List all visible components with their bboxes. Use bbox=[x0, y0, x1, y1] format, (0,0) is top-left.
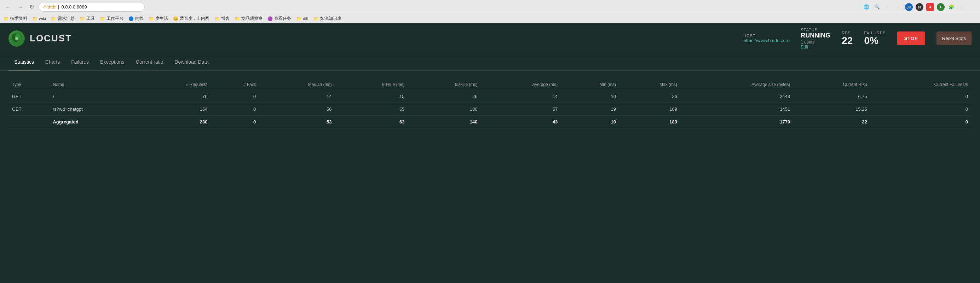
bookmark-label: 工具 bbox=[86, 16, 95, 22]
folder-icon: 😊 bbox=[173, 16, 178, 21]
row-fails: 0 bbox=[211, 90, 259, 103]
row-average: 14 bbox=[481, 90, 561, 103]
row-median: 14 bbox=[259, 90, 335, 103]
share-icon[interactable]: ⬆ bbox=[884, 3, 892, 11]
row-p90: 65 bbox=[335, 103, 408, 115]
svg-point-3 bbox=[15, 37, 18, 40]
host-label: HOST bbox=[743, 33, 789, 38]
logo-icon bbox=[8, 30, 25, 47]
bookmark-jingpin[interactable]: 📁 竞品观察室 bbox=[235, 16, 262, 22]
bookmark-gongju[interactable]: 📁 工具 bbox=[80, 16, 95, 22]
folder-icon: 📁 bbox=[149, 16, 154, 21]
agg-min: 10 bbox=[561, 115, 619, 128]
bookmark-label: 博客 bbox=[221, 16, 230, 22]
translate-icon[interactable]: 🌐 bbox=[862, 3, 870, 11]
bookmark-renwu[interactable]: 🟣 查看任务 bbox=[267, 16, 291, 22]
browser-chrome: ← → ↻ 不安全 | 0.0.0.0:8089 🌐 🔍 ⬆ ☆ JH N ● … bbox=[0, 0, 980, 14]
bookmark-blog[interactable]: 📁 博客 bbox=[215, 16, 230, 22]
bookmark-label: 查看任务 bbox=[274, 16, 291, 22]
row-current-rps: 6.75 bbox=[794, 90, 871, 103]
col-name: Name bbox=[49, 79, 140, 90]
col-median: Median (ms) bbox=[259, 79, 335, 90]
stop-button[interactable]: STOP bbox=[897, 32, 925, 45]
extension-icon-1[interactable]: ● bbox=[926, 3, 934, 11]
col-requests: # Requests bbox=[140, 79, 211, 90]
row-min: 19 bbox=[561, 103, 619, 115]
row-average: 57 bbox=[481, 103, 561, 115]
refresh-button[interactable]: ↻ bbox=[28, 3, 36, 11]
agg-current-failures: 0 bbox=[871, 115, 972, 128]
search-icon[interactable]: 🔍 bbox=[873, 3, 881, 11]
folder-icon: 🟣 bbox=[267, 16, 273, 21]
bookmark-label: 技术资料 bbox=[10, 16, 27, 22]
tab-statistics[interactable]: Statistics bbox=[8, 54, 40, 70]
bookmark-diff[interactable]: 📁 diff bbox=[296, 16, 309, 21]
browser-actions: 🌐 🔍 ⬆ ☆ JH N ● ● 🧩 ▤ ⋮ bbox=[862, 3, 977, 11]
avatar-green[interactable]: ● bbox=[937, 3, 945, 11]
col-current-failures: Current Failures/s bbox=[871, 79, 972, 90]
avatar-jh[interactable]: JH bbox=[905, 3, 913, 11]
col-current-rps: Current RPS bbox=[794, 79, 871, 90]
bookmarks-bar: 📁 技术资料 📁 wiki 📁 需求汇总 📁 工具 📁 工作平台 🔵 内搜 📁 … bbox=[0, 14, 980, 23]
bookmark-label: 如流知识库 bbox=[320, 16, 341, 22]
address-text: 0.0.0.0:8089 bbox=[61, 4, 87, 10]
forward-button[interactable]: → bbox=[16, 3, 25, 11]
extension-icon-2[interactable]: 🧩 bbox=[947, 3, 955, 11]
folder-icon: 📁 bbox=[215, 16, 220, 21]
bookmark-neisou[interactable]: 🔵 内搜 bbox=[129, 16, 144, 22]
row-min: 10 bbox=[561, 90, 619, 103]
row-requests: 154 bbox=[140, 103, 211, 115]
col-average: Average (ms) bbox=[481, 79, 561, 90]
tab-current-ratio[interactable]: Current ratio bbox=[130, 54, 169, 70]
avatar-n[interactable]: N bbox=[916, 3, 923, 11]
row-p99: 26 bbox=[408, 90, 481, 103]
address-separator: | bbox=[58, 4, 59, 10]
col-p99: 99%ile (ms) bbox=[408, 79, 481, 90]
tab-failures[interactable]: Failures bbox=[65, 54, 94, 70]
table-row: GET / 76 0 14 15 26 14 10 26 2443 6.75 0 bbox=[8, 90, 972, 103]
failures-section: FAILURES 0% bbox=[864, 31, 886, 46]
row-p99: 180 bbox=[408, 103, 481, 115]
row-current-rps: 15.25 bbox=[794, 103, 871, 115]
rps-label: RPS bbox=[842, 31, 853, 35]
agg-type bbox=[8, 115, 49, 128]
status-edit-link[interactable]: Edit bbox=[801, 45, 830, 49]
bookmark-icon[interactable]: ☆ bbox=[894, 3, 902, 11]
security-warning: 不安全 bbox=[43, 4, 56, 10]
tab-download-data[interactable]: Download Data bbox=[169, 54, 214, 70]
host-link[interactable]: https://www.baidu.com bbox=[743, 38, 789, 43]
tab-exceptions[interactable]: Exceptions bbox=[94, 54, 130, 70]
rps-section: RPS 22 bbox=[842, 31, 853, 46]
folder-icon: 📁 bbox=[80, 16, 85, 21]
row-max: 26 bbox=[619, 90, 681, 103]
host-section: HOST https://www.baidu.com bbox=[743, 33, 789, 43]
bookmark-xuqiu[interactable]: 📁 需求汇总 bbox=[51, 16, 75, 22]
address-bar[interactable]: 不安全 | 0.0.0.0:8089 bbox=[38, 2, 145, 12]
bookmark-gongzuo[interactable]: 📁 工作平台 bbox=[100, 16, 124, 22]
statistics-table: Type Name # Requests # Fails Median (ms)… bbox=[8, 79, 972, 129]
bookmark-zhishi[interactable]: 📁 如流知识库 bbox=[313, 16, 341, 22]
folder-icon: 🔵 bbox=[129, 16, 134, 21]
bookmark-shenghuo[interactable]: 📁 度生活 bbox=[149, 16, 168, 22]
col-avg-size: Average size (bytes) bbox=[681, 79, 794, 90]
bookmark-label: 需求汇总 bbox=[58, 16, 75, 22]
row-current-failures: 0 bbox=[871, 103, 972, 115]
bookmark-aibaidou[interactable]: 😊 爱百度，上内网 bbox=[173, 16, 210, 22]
logo-text: LOCUST bbox=[30, 33, 72, 44]
agg-fails: 0 bbox=[211, 115, 259, 128]
sidebar-icon[interactable]: ▤ bbox=[958, 3, 966, 11]
folder-icon: 📁 bbox=[51, 16, 56, 21]
agg-median: 53 bbox=[259, 115, 335, 128]
reset-stats-button[interactable]: Reset Stats bbox=[937, 32, 972, 45]
bookmark-jishu[interactable]: 📁 技术资料 bbox=[3, 16, 27, 22]
folder-icon: 📁 bbox=[296, 16, 301, 21]
back-button[interactable]: ← bbox=[3, 3, 13, 11]
bookmark-wiki[interactable]: 📁 wiki bbox=[32, 16, 46, 21]
table-header-row: Type Name # Requests # Fails Median (ms)… bbox=[8, 79, 972, 90]
agg-p99: 140 bbox=[408, 115, 481, 128]
tab-charts[interactable]: Charts bbox=[40, 54, 65, 70]
bookmark-label: wiki bbox=[39, 16, 46, 21]
col-fails: # Fails bbox=[211, 79, 259, 90]
menu-icon[interactable]: ⋮ bbox=[969, 3, 977, 11]
agg-requests: 230 bbox=[140, 115, 211, 128]
